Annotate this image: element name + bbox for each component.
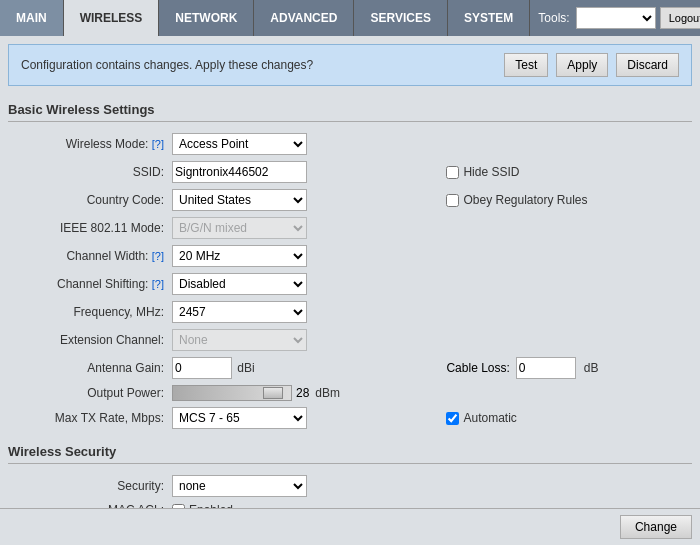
tab-network[interactable]: NETWORK (159, 0, 254, 36)
wireless-mode-select[interactable]: Access Point Client Repeater (172, 133, 307, 155)
output-power-cell: 28 dBm (168, 382, 442, 404)
extension-channel-label: Extension Channel: (8, 326, 168, 354)
channel-shifting-help[interactable]: [?] (152, 278, 164, 290)
ieee-mode-label: IEEE 802.11 Mode: (8, 214, 168, 242)
extension-channel-row: Extension Channel: None (8, 326, 692, 354)
obey-regulatory-label[interactable]: Obey Regulatory Rules (446, 193, 688, 207)
tab-wireless[interactable]: WIRELESS (64, 0, 160, 36)
extension-channel-cell: None (168, 326, 442, 354)
tab-advanced[interactable]: ADVANCED (254, 0, 354, 36)
logout-button[interactable]: Logout (660, 7, 700, 29)
alert-message: Configuration contains changes. Apply th… (21, 58, 496, 72)
output-power-unit: dBm (315, 386, 340, 400)
output-power-label: Output Power: (8, 382, 168, 404)
frequency-select[interactable]: 2457 2412 2437 2462 (172, 301, 307, 323)
bottom-bar: Change (0, 508, 700, 545)
country-code-cell: United States Canada United Kingdom (168, 186, 442, 214)
channel-width-select[interactable]: 20 MHz 40 MHz (172, 245, 307, 267)
channel-shifting-label: Channel Shifting: [?] (8, 270, 168, 298)
antenna-cable-row: Antenna Gain: dBi Cable Loss: dB (8, 354, 692, 382)
channel-width-cell: 20 MHz 40 MHz (168, 242, 442, 270)
alert-bar: Configuration contains changes. Apply th… (8, 44, 692, 86)
nav-right-controls: Tools: Logout (530, 0, 700, 36)
antenna-gain-cell: dBi (168, 354, 442, 382)
security-select[interactable]: none WPA Personal WPA2 Personal (172, 475, 307, 497)
obey-regulatory-checkbox[interactable] (446, 194, 459, 207)
wireless-mode-label: Wireless Mode: [?] (8, 130, 168, 158)
security-cell: none WPA Personal WPA2 Personal (168, 472, 664, 500)
output-power-row: Output Power: 28 dBm (8, 382, 692, 404)
automatic-text: Automatic (463, 411, 516, 425)
discard-button[interactable]: Discard (616, 53, 679, 77)
power-slider[interactable] (172, 385, 292, 401)
power-slider-container: 28 dBm (172, 385, 438, 401)
wireless-mode-cell: Access Point Client Repeater (168, 130, 442, 158)
extension-channel-select[interactable]: None (172, 329, 307, 351)
ieee-mode-cell: B/G/N mixed (168, 214, 442, 242)
test-button[interactable]: Test (504, 53, 548, 77)
ssid-input[interactable] (172, 161, 307, 183)
antenna-gain-input[interactable] (172, 357, 232, 379)
apply-button[interactable]: Apply (556, 53, 608, 77)
power-slider-thumb[interactable] (263, 387, 283, 399)
antenna-gain-unit: dBi (237, 361, 254, 375)
max-tx-label: Max TX Rate, Mbps: (8, 404, 168, 432)
top-navigation: MAIN WIRELESS NETWORK ADVANCED SERVICES … (0, 0, 700, 36)
cable-loss-group: Cable Loss: dB (446, 357, 688, 379)
country-code-select[interactable]: United States Canada United Kingdom (172, 189, 307, 211)
wireless-mode-row: Wireless Mode: [?] Access Point Client R… (8, 130, 692, 158)
security-header: Wireless Security (8, 436, 692, 464)
cable-loss-unit: dB (584, 361, 599, 375)
channel-shifting-row: Channel Shifting: [?] Disabled Enabled (8, 270, 692, 298)
max-tx-row: Max TX Rate, Mbps: MCS 7 - 65 MCS 6 - 54… (8, 404, 692, 432)
main-content: Basic Wireless Settings Wireless Mode: [… (0, 94, 700, 528)
hide-ssid-label[interactable]: Hide SSID (446, 165, 688, 179)
automatic-checkbox[interactable] (446, 412, 459, 425)
country-code-row: Country Code: United States Canada Unite… (8, 186, 692, 214)
tab-services[interactable]: SERVICES (354, 0, 447, 36)
max-tx-select[interactable]: MCS 7 - 65 MCS 6 - 54 MCS 5 - 39 (172, 407, 307, 429)
ieee-mode-select[interactable]: B/G/N mixed (172, 217, 307, 239)
hide-ssid-text: Hide SSID (463, 165, 519, 179)
hide-ssid-checkbox[interactable] (446, 166, 459, 179)
cable-loss-input[interactable] (516, 357, 576, 379)
security-label: Security: (8, 472, 168, 500)
ssid-cell (168, 158, 442, 186)
output-power-value: 28 (296, 386, 309, 400)
tab-main[interactable]: MAIN (0, 0, 64, 36)
antenna-gain-label: Antenna Gain: (8, 354, 168, 382)
ssid-label: SSID: (8, 158, 168, 186)
cable-loss-label: Cable Loss: (446, 361, 509, 375)
frequency-cell: 2457 2412 2437 2462 (168, 298, 442, 326)
channel-shifting-select[interactable]: Disabled Enabled (172, 273, 307, 295)
ssid-row: SSID: Hide SSID (8, 158, 692, 186)
basic-settings-header: Basic Wireless Settings (8, 94, 692, 122)
ieee-mode-row: IEEE 802.11 Mode: B/G/N mixed (8, 214, 692, 242)
security-row: Security: none WPA Personal WPA2 Persona… (8, 472, 692, 500)
tools-select[interactable] (576, 7, 656, 29)
wireless-mode-help[interactable]: [?] (152, 138, 164, 150)
tab-system[interactable]: SYSTEM (448, 0, 530, 36)
channel-width-row: Channel Width: [?] 20 MHz 40 MHz (8, 242, 692, 270)
frequency-label: Frequency, MHz: (8, 298, 168, 326)
channel-width-help[interactable]: [?] (152, 250, 164, 262)
channel-shifting-cell: Disabled Enabled (168, 270, 442, 298)
automatic-label[interactable]: Automatic (446, 411, 688, 425)
change-button[interactable]: Change (620, 515, 692, 539)
tools-label: Tools: (538, 11, 569, 25)
country-code-label: Country Code: (8, 186, 168, 214)
obey-regulatory-text: Obey Regulatory Rules (463, 193, 587, 207)
max-tx-cell: MCS 7 - 65 MCS 6 - 54 MCS 5 - 39 (168, 404, 442, 432)
frequency-row: Frequency, MHz: 2457 2412 2437 2462 (8, 298, 692, 326)
channel-width-label: Channel Width: [?] (8, 242, 168, 270)
basic-settings-form: Wireless Mode: [?] Access Point Client R… (8, 130, 692, 432)
